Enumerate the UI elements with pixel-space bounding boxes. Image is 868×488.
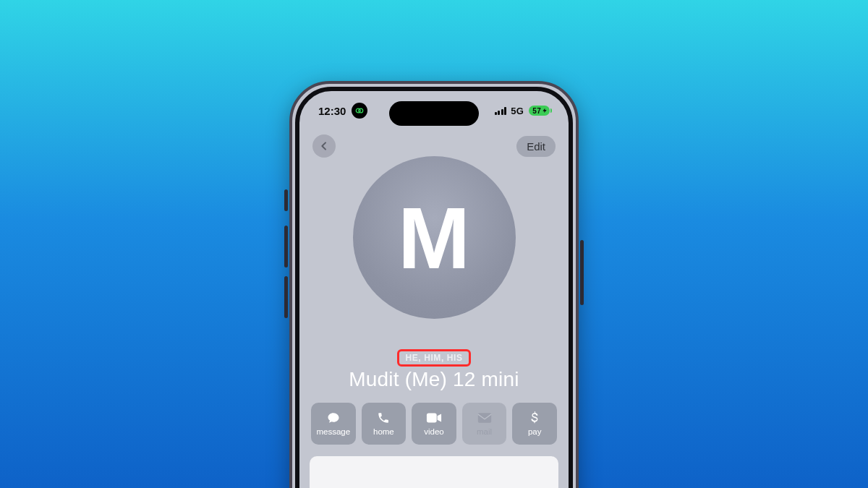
battery-indicator: 57: [529, 106, 550, 116]
avatar[interactable]: M: [353, 156, 516, 319]
video-button[interactable]: video: [412, 403, 456, 445]
svg-rect-2: [427, 414, 437, 423]
edit-button[interactable]: Edit: [516, 136, 556, 157]
phone-power-button: [580, 240, 584, 305]
nav-bar: Edit: [299, 132, 569, 160]
pronouns-text: HE, HIM, HIS: [405, 353, 462, 363]
battery-percent: 57: [532, 107, 541, 115]
edit-label: Edit: [527, 140, 545, 153]
action-row: message home video: [310, 403, 558, 445]
details-card: [310, 456, 558, 488]
pay-button[interactable]: pay: [512, 403, 557, 445]
dynamic-island: [389, 101, 479, 126]
contact-card: M HE, HIM, HIS Mudit (Me) 12 mini messag…: [299, 149, 569, 488]
phone-icon: [377, 411, 390, 424]
message-label: message: [316, 427, 350, 436]
status-time: 12:30: [318, 105, 346, 117]
svg-rect-3: [477, 413, 490, 422]
mail-button: mail: [462, 403, 507, 445]
phone-screen: 12:30 5G 57: [299, 91, 569, 488]
hotspot-icon: [352, 103, 367, 119]
cellular-signal-icon: [495, 107, 507, 115]
phone-volume-up: [284, 226, 288, 267]
pay-icon: [530, 411, 539, 424]
message-button[interactable]: message: [311, 403, 356, 445]
video-label: video: [424, 427, 444, 436]
video-icon: [426, 411, 442, 424]
phone-mute-switch: [284, 189, 288, 211]
contact-name: Mudit (Me) 12 mini: [349, 368, 519, 391]
phone-frame: 12:30 5G 57: [289, 81, 579, 488]
message-icon: [326, 411, 341, 424]
call-home-label: home: [373, 427, 394, 436]
pay-label: pay: [528, 427, 542, 436]
back-button[interactable]: [312, 134, 336, 158]
mail-icon: [477, 411, 492, 424]
mail-label: mail: [477, 427, 492, 436]
avatar-initial: M: [398, 194, 470, 281]
phone-volume-down: [284, 276, 288, 318]
call-home-button[interactable]: home: [362, 403, 407, 445]
pronouns-badge: HE, HIM, HIS: [397, 349, 470, 367]
network-type: 5G: [511, 106, 524, 116]
